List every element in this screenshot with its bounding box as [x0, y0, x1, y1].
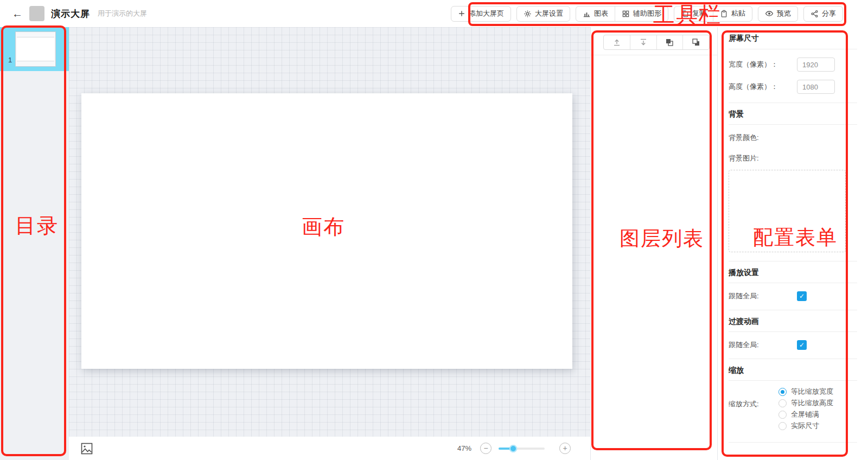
clipboard-icon [720, 10, 728, 18]
send-backward-button[interactable] [682, 35, 709, 49]
background-image-label: 背景图片: [729, 154, 797, 163]
scale-mode-radio-2[interactable]: 全屏铺满 [778, 410, 833, 419]
bring-forward-icon [665, 38, 674, 47]
background-image-row: 背景图片: [729, 154, 857, 163]
scale-mode-radio-3[interactable]: 实际尺寸 [778, 421, 833, 430]
canvas-statusbar: 47% − + [69, 437, 590, 460]
aux-graphics-button[interactable]: 辅助图形 [615, 7, 668, 21]
bar-chart-icon [583, 10, 591, 18]
send-to-bottom-button[interactable] [630, 35, 656, 49]
transition-follow-label: 跟随全局: [729, 340, 797, 350]
send-to-bottom-icon [639, 38, 648, 47]
height-label: 高度（像素）： [729, 82, 797, 92]
section-play-settings: 播放设置 [729, 261, 857, 283]
scale-mode-radio-1[interactable]: 等比缩放高度 [778, 399, 833, 407]
layers-toolbar [591, 27, 717, 55]
screen-settings-button[interactable]: 大屏设置 [516, 6, 570, 22]
section-background: 背景 [729, 103, 857, 125]
radio-icon [778, 399, 787, 407]
scale-mode-label: 缩放方式: [729, 387, 778, 409]
gear-icon [524, 10, 532, 18]
radio-icon [778, 411, 787, 419]
add-page-button[interactable]: 添加大屏页 [451, 6, 511, 22]
back-arrow-icon[interactable]: ← [12, 8, 26, 20]
insert-group: 图表 辅助图形 [576, 6, 668, 22]
radio-icon [778, 422, 787, 430]
copy-icon [681, 10, 689, 18]
app-logo [29, 6, 44, 21]
width-row: 宽度（像素）： [729, 58, 857, 72]
plus-icon [458, 10, 465, 17]
chart-button[interactable]: 图表 [576, 7, 615, 21]
zoom-controls: 47% − + [457, 443, 571, 454]
section-scale: 缩放 [729, 359, 857, 381]
page-list-sidebar: 1 [0, 27, 69, 460]
toolbar: 添加大屏页 大屏设置 图表 [451, 6, 843, 22]
share-icon [810, 10, 819, 18]
bring-to-top-icon [612, 38, 621, 47]
big-screen-editor: ← 演示大屏 用于演示的大屏 添加大屏页 大屏设置 [0, 0, 868, 460]
transition-follow-checkbox[interactable]: ✓ [797, 340, 807, 350]
page-thumbnail-item[interactable]: 1 [0, 27, 69, 71]
send-backward-icon [692, 38, 700, 47]
background-image-dropzone[interactable] [729, 170, 846, 252]
layers-panel [590, 27, 717, 460]
config-panel: 屏幕尺寸 宽度（像素）： 高度（像素）： 背景 背景颜色: 背景图片: 播放设置… [717, 27, 868, 460]
zoom-slider[interactable] [499, 448, 545, 450]
canvas-grid[interactable] [69, 27, 590, 437]
header: ← 演示大屏 用于演示的大屏 添加大屏页 大屏设置 [0, 0, 868, 27]
background-color-label: 背景颜色: [729, 133, 797, 143]
play-follow-checkbox[interactable]: ✓ [797, 291, 807, 301]
zoom-out-button[interactable]: − [480, 443, 492, 454]
width-label: 宽度（像素）： [729, 60, 797, 69]
radio-icon [778, 388, 787, 396]
bring-to-top-button[interactable] [604, 35, 630, 49]
page-number: 1 [8, 56, 12, 64]
height-input[interactable] [797, 80, 835, 94]
zoom-percent: 47% [457, 444, 471, 452]
share-button[interactable]: 分享 [803, 6, 843, 22]
scale-mode-row: 缩放方式: 等比缩放宽度 等比缩放高度 全屏铺满 实际尺寸 [729, 387, 857, 430]
config-end-divider [729, 442, 857, 443]
scale-mode-radio-0[interactable]: 等比缩放宽度 [778, 387, 833, 396]
copy-button[interactable]: 复制 [674, 7, 713, 21]
grid-shapes-icon [622, 10, 630, 18]
preview-button[interactable]: 预览 [758, 6, 798, 22]
play-follow-label: 跟随全局: [729, 291, 797, 301]
canvas-page[interactable] [81, 93, 572, 369]
section-transition: 过渡动画 [729, 310, 857, 332]
bring-forward-button[interactable] [656, 35, 683, 49]
height-row: 高度（像素）： [729, 80, 857, 94]
scale-mode-radio-group: 等比缩放宽度 等比缩放高度 全屏铺满 实际尺寸 [778, 387, 833, 430]
page-thumbnail [15, 31, 56, 67]
zoom-in-button[interactable]: + [559, 443, 571, 454]
clipboard-group: 复制 粘贴 [674, 6, 752, 22]
thumbnail-toggle-button[interactable] [80, 442, 93, 455]
page-title: 演示大屏 [51, 8, 90, 20]
page-thumbnail-canvas [17, 37, 54, 61]
page-subtitle: 用于演示的大屏 [98, 9, 147, 18]
zoom-slider-handle[interactable] [509, 445, 517, 452]
width-input[interactable] [797, 58, 835, 72]
paste-button[interactable]: 粘贴 [713, 7, 752, 21]
background-color-row: 背景颜色: [729, 133, 857, 143]
canvas-area: 47% − + [69, 27, 590, 460]
transition-follow-row: 跟随全局: ✓ [729, 340, 857, 350]
play-follow-row: 跟随全局: ✓ [729, 291, 857, 301]
section-screen-size: 屏幕尺寸 [729, 27, 857, 49]
image-icon [80, 442, 93, 455]
eye-icon [765, 9, 774, 18]
